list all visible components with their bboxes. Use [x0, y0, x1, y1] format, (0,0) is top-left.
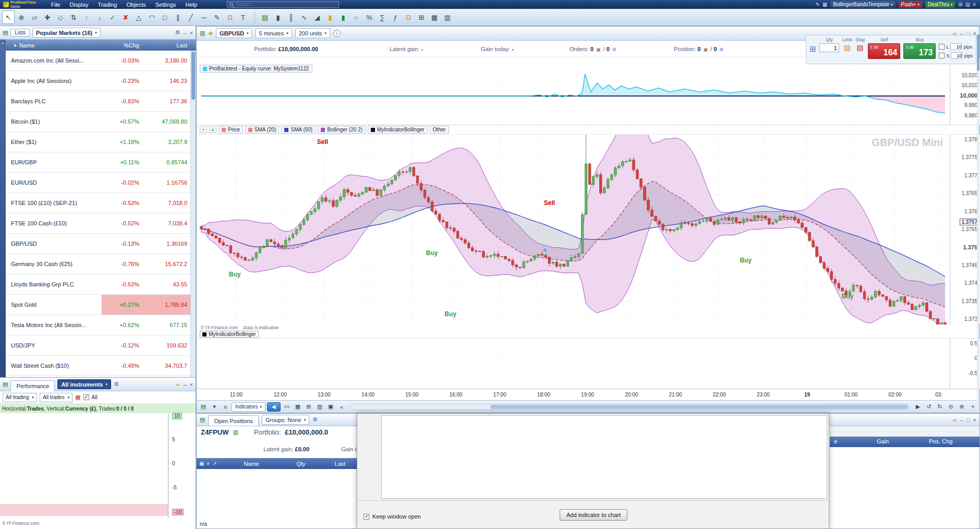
- chart-window-icon[interactable]: ▤: [259, 10, 271, 24]
- forward-icon[interactable]: ▶: [913, 402, 923, 412]
- position-gear-icon[interactable]: ⚙: [719, 47, 723, 52]
- stop-checkbox[interactable]: [939, 53, 945, 58]
- legend-item[interactable]: Bollinger (20 2): [318, 126, 366, 134]
- gear-icon[interactable]: ⚙: [175, 29, 180, 36]
- watchlist-row[interactable]: FTSE 100 Cash (£10)-0.52%7,038.4: [6, 213, 196, 234]
- quantity-input[interactable]: [819, 43, 839, 52]
- watchlist-row[interactable]: USD/JPY-0.12%109.632: [6, 335, 196, 356]
- channel-tool[interactable]: ∥: [172, 10, 184, 24]
- menu-trading[interactable]: Trading: [93, 1, 122, 8]
- watchlist-row[interactable]: Bitcoin ($1)+0.57%47,068.80: [6, 112, 196, 132]
- chart-mini-icon[interactable]: ▤: [199, 402, 208, 412]
- magnet2-icon[interactable]: Ω: [402, 10, 415, 24]
- scrollbar-thumb[interactable]: [191, 52, 195, 100]
- info-icon[interactable]: i: [333, 30, 341, 37]
- watchlist-drag-strip[interactable]: ▸: [0, 40, 6, 377]
- grid2-icon[interactable]: ⊞: [958, 2, 962, 7]
- select-icon[interactable]: ▣: [199, 461, 204, 466]
- wrench-icon[interactable]: ⚙: [114, 381, 119, 388]
- watchlist-row[interactable]: Germany 30 Cash (€25)-0.76%15,672.2: [6, 254, 196, 274]
- column-header-partial[interactable]: e: [834, 438, 837, 444]
- minimize-icon[interactable]: –: [183, 381, 186, 388]
- validate-tool[interactable]: ✓: [106, 10, 119, 24]
- search-input[interactable]: [235, 2, 336, 7]
- orderbook-icon[interactable]: ⊞: [809, 44, 816, 54]
- note-icon[interactable]: ▭: [282, 402, 292, 412]
- equity-curve-label[interactable]: ProBacktest - Equity curve: MySystem1122: [200, 65, 312, 73]
- updown-arrows-tool[interactable]: ⇅: [67, 10, 80, 24]
- candlestick-style-icon[interactable]: ▮: [272, 10, 284, 24]
- layout-icon[interactable]: ▦: [428, 10, 441, 24]
- bar-style-icon[interactable]: ║: [285, 10, 297, 24]
- legend-item[interactable]: SMA (50): [281, 126, 316, 134]
- pencil-tool[interactable]: ✎: [211, 10, 223, 24]
- timeframe-selector[interactable]: 5 minutes ▾: [255, 28, 292, 38]
- back-button[interactable]: ◀: [267, 402, 281, 412]
- heikin-ashi-icon[interactable]: ▮: [324, 10, 336, 24]
- legend-item[interactable]: Price: [219, 126, 243, 134]
- watchlist-selector[interactable]: Popular Markets (16) ▾: [32, 28, 101, 38]
- sub-indicator-panel[interactable]: 0.50-0.5: [197, 338, 979, 389]
- chart-h-scrollbar[interactable]: [350, 404, 910, 410]
- watchlist-row[interactable]: GBP/USD-0.13%1.36169: [6, 234, 196, 254]
- trades-filter-dropdown[interactable]: All trades ▾: [40, 393, 72, 402]
- legend-item[interactable]: Other: [430, 126, 449, 134]
- orders-list-icon[interactable]: ▣: [596, 47, 601, 52]
- renko-icon[interactable]: ▮: [337, 10, 349, 24]
- trading-filter-dropdown[interactable]: All trading ▾: [3, 393, 37, 402]
- watchlist-row[interactable]: Apple Inc (All Sessions)-0.23%146.23: [6, 71, 196, 91]
- menu-help[interactable]: Help: [181, 1, 202, 8]
- hline-tool[interactable]: ─: [198, 10, 210, 24]
- menu-burger-icon[interactable]: ≡: [973, 2, 976, 7]
- menu-objects[interactable]: Objects: [122, 1, 150, 8]
- link-icon[interactable]: ∞: [953, 417, 957, 423]
- push-button[interactable]: Push+ ▾: [899, 1, 922, 8]
- chart-mini-caret-icon[interactable]: ▾: [210, 402, 219, 412]
- triangle-tool[interactable]: △: [132, 10, 145, 24]
- target-icon[interactable]: ⌖: [968, 402, 977, 412]
- column-header-last[interactable]: Last: [143, 40, 196, 51]
- app-logo[interactable]: ProRealTime Demo: [0, 1, 39, 8]
- tab-open-positions[interactable]: Open Positions: [208, 415, 259, 426]
- stop-pips-input[interactable]: [951, 52, 962, 59]
- groups-dropdown[interactable]: Groups: None ▾: [262, 415, 309, 425]
- display-settings-icon[interactable]: ≡: [221, 402, 230, 412]
- legend-item[interactable]: MyIndicatorBollinger: [368, 126, 428, 134]
- limit-pips-input[interactable]: [950, 43, 962, 50]
- watchlist-row[interactable]: Tesla Motors Inc (All Sessio...+0.62%677…: [6, 315, 196, 335]
- column-header-chg[interactable]: %Chg: [102, 40, 143, 51]
- lists-button[interactable]: Lists: [10, 29, 30, 37]
- delete-tool[interactable]: ✘: [119, 10, 132, 24]
- rectangle-tool[interactable]: □: [159, 10, 171, 24]
- stop-order-icon[interactable]: ▤: [857, 43, 864, 52]
- magnet-tool[interactable]: Ω: [224, 10, 236, 24]
- screens-icon[interactable]: ▥: [441, 10, 454, 24]
- watchlist-row[interactable]: Barclays PLC-0.83%177.36: [6, 91, 196, 112]
- legend-item[interactable]: SMA (20): [245, 126, 280, 134]
- sell-button[interactable]: 1.36 164: [868, 43, 900, 59]
- collapse-icon[interactable]: «: [337, 402, 346, 412]
- limit-order-icon[interactable]: ▤: [844, 43, 851, 52]
- export-icon[interactable]: ↗: [212, 461, 216, 466]
- symbol-selector[interactable]: GBPUSD ▾: [216, 28, 252, 38]
- grid-icon[interactable]: ⊞: [415, 10, 428, 24]
- zoom-tool[interactable]: ⊕: [15, 10, 28, 24]
- watchlist-row[interactable]: Ether ($1)+1.18%3,207.9: [6, 132, 196, 152]
- dealthru-button[interactable]: DealThru ▾: [925, 1, 955, 8]
- link-icon[interactable]: ∞: [176, 381, 180, 388]
- column-header-last[interactable]: Last: [322, 461, 358, 467]
- layout2-icon[interactable]: ▦: [822, 2, 827, 7]
- grid-small-icon[interactable]: ⊞: [304, 402, 313, 412]
- search-box[interactable]: [227, 1, 339, 8]
- lock-icon[interactable]: ◆: [208, 30, 212, 37]
- sheet2-icon[interactable]: ▤: [965, 2, 970, 7]
- arrow-down-tool[interactable]: ↓: [93, 10, 106, 24]
- menu-file[interactable]: File: [46, 1, 65, 8]
- instruments-dropdown[interactable]: All instruments ▾: [57, 379, 111, 389]
- minimize-icon[interactable]: –: [183, 30, 186, 36]
- crosshair-tool[interactable]: ✚: [41, 10, 54, 24]
- percent-icon[interactable]: %: [363, 10, 376, 24]
- close-icon[interactable]: ×: [190, 30, 193, 36]
- watchlist-row[interactable]: FTSE 100 (£10) (SEP-21)-0.53%7,018.0: [6, 193, 196, 213]
- watchlist-row[interactable]: EUR/GBP+0.11%0.85744: [6, 152, 196, 173]
